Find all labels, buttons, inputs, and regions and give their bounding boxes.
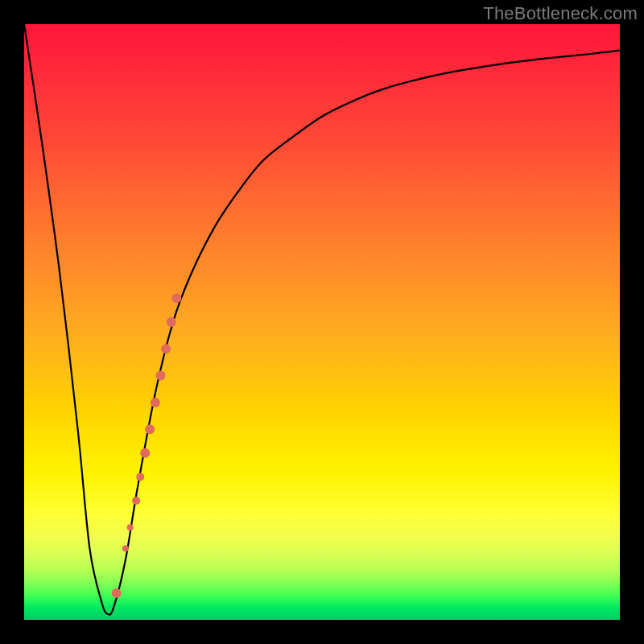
plot-area <box>24 24 620 620</box>
highlight-dot <box>171 293 181 303</box>
curve-svg <box>24 24 620 620</box>
watermark-text: TheBottleneck.com <box>483 3 638 24</box>
highlight-dot <box>155 371 165 381</box>
highlight-dot <box>167 317 176 327</box>
highlight-dot <box>132 497 140 505</box>
highlight-dot <box>122 545 129 551</box>
highlight-dot <box>145 424 155 434</box>
highlight-dot <box>151 398 160 407</box>
highlight-dot <box>127 524 134 530</box>
highlight-dot <box>136 473 144 481</box>
highlight-dot <box>140 448 150 458</box>
chart-frame: TheBottleneck.com <box>0 0 644 644</box>
highlight-dots-group <box>112 293 182 597</box>
highlight-dot <box>112 588 122 598</box>
bottleneck-curve <box>24 24 620 615</box>
highlight-dot <box>161 344 171 353</box>
